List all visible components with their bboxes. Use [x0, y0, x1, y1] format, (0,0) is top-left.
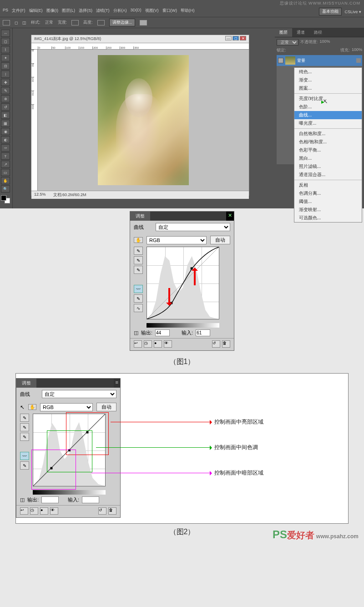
- channel-select-2[interactable]: RGB: [40, 403, 93, 411]
- refine-edge-button[interactable]: 调整边缘...: [109, 19, 136, 26]
- menu-view[interactable]: 视图(V): [145, 8, 159, 15]
- new-adj-icon-2[interactable]: ◷: [30, 507, 38, 515]
- histogram-icon[interactable]: ◫: [134, 330, 138, 336]
- new-adj-icon[interactable]: ◷: [144, 340, 152, 348]
- crop-tool-icon[interactable]: ⊡: [1, 62, 10, 70]
- gradient-bar-horizontal[interactable]: [147, 323, 219, 328]
- height-field[interactable]: [97, 20, 105, 25]
- tab-channels[interactable]: 通道: [292, 28, 309, 37]
- menu-threshold[interactable]: 阈值...: [294, 197, 362, 206]
- panel-menu-icon[interactable]: ≡: [114, 379, 120, 388]
- eyedropper-gray-icon[interactable]: ✎: [134, 256, 143, 264]
- eraser-tool-icon[interactable]: ◧: [1, 111, 10, 119]
- gradient-bar-horizontal-2[interactable]: [33, 490, 106, 495]
- visibility-toggle-icon[interactable]: [278, 58, 283, 63]
- lasso-tool-icon[interactable]: ⌇: [1, 46, 10, 53]
- blend-mode-select[interactable]: 正常: [277, 39, 298, 46]
- add-sel-icon[interactable]: ◫: [22, 20, 26, 25]
- shape-tool-icon[interactable]: ▭: [1, 169, 10, 176]
- pen-tool-icon[interactable]: ✑: [1, 144, 10, 152]
- menu-3d[interactable]: 3D(D): [131, 8, 142, 15]
- eyedropper-tool-icon[interactable]: ⁞: [1, 71, 10, 78]
- menu-layer[interactable]: 图层(L): [62, 8, 75, 15]
- menu-select[interactable]: 选择(S): [79, 8, 92, 15]
- canvas[interactable]: [38, 50, 249, 191]
- menu-levels[interactable]: 色阶...: [294, 103, 362, 111]
- delete-icon[interactable]: 🗑: [222, 340, 230, 348]
- menu-pattern[interactable]: 图案...: [294, 84, 362, 92]
- menu-brightness[interactable]: 亮度/对比度...: [294, 95, 362, 103]
- color-swatch[interactable]: [1, 195, 10, 203]
- reset-icon-2[interactable]: ↺: [98, 507, 106, 515]
- clip-icon[interactable]: ●: [154, 340, 162, 348]
- cslive-button[interactable]: CSLive ▾: [344, 10, 361, 14]
- eyedropper-gray-icon-2[interactable]: ✎: [20, 423, 29, 431]
- maximize-button[interactable]: ◻: [233, 36, 239, 40]
- curves-tab-title[interactable]: 调整: [130, 212, 150, 221]
- curve-smooth-icon[interactable]: ∿: [134, 304, 143, 312]
- minimize-button[interactable]: —: [225, 36, 232, 40]
- move-tool-icon[interactable]: ↔: [1, 30, 10, 37]
- eyedropper-white-icon[interactable]: ✎: [134, 266, 143, 274]
- reset-icon[interactable]: ↺: [212, 340, 220, 348]
- output-field-2[interactable]: [41, 496, 59, 503]
- menu-photo-filter[interactable]: 照片滤镜...: [294, 162, 362, 171]
- menu-vibrance[interactable]: 自然饱和度...: [294, 130, 362, 138]
- new-sel-icon[interactable]: ◻: [15, 20, 18, 25]
- menu-edit[interactable]: 编辑(E): [29, 8, 43, 15]
- marquee-tool-icon[interactable]: ◻: [1, 38, 10, 45]
- input-field[interactable]: [196, 329, 210, 336]
- zoom-display[interactable]: 12.5%: [34, 192, 46, 198]
- marquee-icon[interactable]: [3, 20, 10, 25]
- hand-tool-icon[interactable]: ✋: [134, 237, 143, 243]
- input-field-2[interactable]: [82, 496, 99, 503]
- menu-filter[interactable]: 滤镜(T): [96, 8, 110, 15]
- delete-icon-2[interactable]: 🗑: [108, 507, 116, 515]
- stamp-tool-icon[interactable]: ⊕: [1, 95, 10, 102]
- channel-select[interactable]: RGB: [147, 236, 207, 244]
- dodge-tool-icon[interactable]: ◐: [1, 136, 10, 143]
- menu-exposure[interactable]: 曝光度...: [294, 119, 362, 127]
- adj-layer-icon-2[interactable]: ↩: [20, 507, 28, 515]
- history-brush-icon[interactable]: ↺: [1, 103, 10, 111]
- app-icon[interactable]: PS: [3, 8, 8, 15]
- hand-tool-icon-2[interactable]: ✋: [28, 404, 36, 410]
- curve-draw-tool-icon-2[interactable]: ✎: [20, 461, 29, 470]
- menu-invert[interactable]: 反相: [294, 181, 362, 189]
- blur-tool-icon[interactable]: ◉: [1, 128, 10, 135]
- output-field[interactable]: [155, 329, 170, 336]
- type-tool-icon[interactable]: T: [1, 152, 10, 160]
- preset-select-2[interactable]: 自定: [42, 390, 116, 398]
- layer-item-background[interactable]: 背景: [277, 55, 362, 66]
- auto-button[interactable]: 自动: [210, 236, 230, 244]
- menu-analysis[interactable]: 分析(A): [113, 8, 127, 15]
- curve-graph-2[interactable]: [33, 414, 106, 486]
- menu-hue[interactable]: 色相/饱和度...: [294, 138, 362, 146]
- adj-layer-icon[interactable]: ↩: [134, 340, 142, 348]
- menu-gradient-map[interactable]: 渐变映射...: [294, 206, 362, 214]
- brush-tool-icon[interactable]: ✎: [1, 87, 10, 94]
- view-icon-2[interactable]: 👁: [50, 507, 58, 515]
- menu-gradient[interactable]: 渐变...: [294, 76, 362, 84]
- option-swatch[interactable]: [140, 20, 147, 25]
- fill-value[interactable]: 100%: [352, 47, 362, 53]
- menu-curves[interactable]: 曲线...: [294, 111, 362, 119]
- path-tool-icon[interactable]: ↗: [1, 161, 10, 168]
- menu-bw[interactable]: 黑白...: [294, 154, 362, 162]
- menu-file[interactable]: 文件(F): [12, 8, 25, 15]
- menu-solid-color[interactable]: 纯色...: [294, 68, 362, 76]
- menu-selective-color[interactable]: 可选颜色...: [294, 214, 362, 222]
- ruler-horizontal[interactable]: 050100150200250300350: [31, 43, 249, 50]
- eyedropper-black-icon-2[interactable]: ✎: [20, 414, 29, 422]
- ruler-vertical[interactable]: 050100150200: [31, 50, 38, 191]
- width-field[interactable]: [71, 20, 79, 25]
- menu-help[interactable]: 帮助(H): [181, 8, 195, 15]
- close-button[interactable]: ✕: [240, 36, 246, 40]
- curve-graph[interactable]: [147, 247, 219, 319]
- curves-tab-title-2[interactable]: 调整: [16, 379, 36, 388]
- zoom-tool-icon[interactable]: 🔍: [1, 185, 10, 192]
- workspace-button[interactable]: 基本功能: [319, 8, 342, 15]
- menu-window[interactable]: 窗口(W): [162, 8, 177, 15]
- view-icon[interactable]: 👁: [164, 340, 172, 348]
- gradient-tool-icon[interactable]: ▦: [1, 120, 10, 127]
